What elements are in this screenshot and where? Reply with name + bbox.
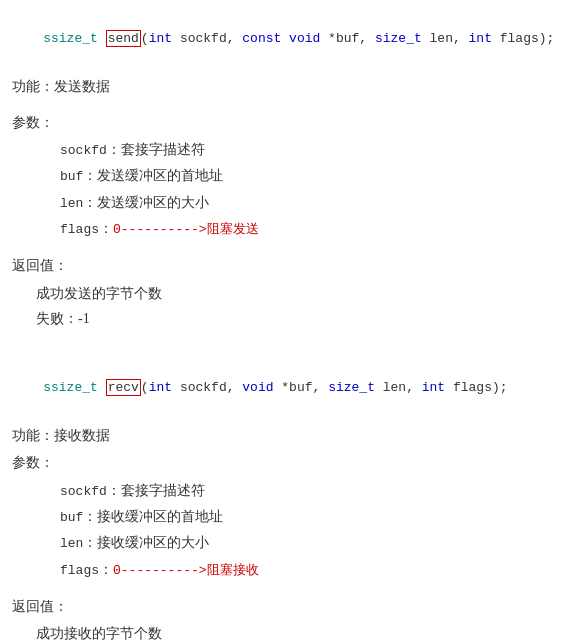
recv-sockfd-sep: ：套接字描述符 <box>107 483 205 498</box>
send-param-flags: flags：0---------->阻塞发送 <box>12 216 554 241</box>
send-len: len, <box>422 31 469 46</box>
recv-return-section: 返回值： 成功接收的字节个数 失败：-1 0：对端退出 <box>12 594 554 644</box>
send-param-buf: buf：发送缓冲区的首地址 <box>12 163 554 188</box>
send-flags: flags); <box>492 31 554 46</box>
recv-buf-sep: ：接收缓冲区的首地址 <box>83 509 223 524</box>
recv-divider <box>12 586 554 594</box>
recv-flags-value: 0---------->阻塞接收 <box>113 563 259 578</box>
send-return-fail: 失败：-1 <box>12 306 554 331</box>
recv-sockfd-name: sockfd <box>60 484 107 499</box>
recv-param-type2: void <box>242 380 273 395</box>
send-flags-name: flags <box>60 222 99 237</box>
recv-func-label: 功能： <box>12 428 54 443</box>
send-return-label: 返回值： <box>12 253 554 278</box>
recv-space <box>98 380 106 395</box>
send-function-name: send <box>106 30 141 47</box>
send-func-desc: 功能：发送数据 <box>12 74 554 99</box>
send-divider2 <box>12 245 554 253</box>
send-return-section: 返回值： 成功发送的字节个数 失败：-1 <box>12 253 554 331</box>
send-sockfd: sockfd, <box>172 31 242 46</box>
recv-function-name: recv <box>106 379 141 396</box>
send-param-type2: const void <box>242 31 320 46</box>
send-divider1 <box>12 102 554 110</box>
send-signature: ssize_t send(int sockfd, const void *buf… <box>12 8 554 70</box>
send-param-type1: int <box>149 31 172 46</box>
recv-param-buf: buf：接收缓冲区的首地址 <box>12 504 554 529</box>
recv-func-desc: 功能：接收数据 <box>12 423 554 448</box>
recv-param-type3: size_t <box>328 380 375 395</box>
recv-buf: *buf, <box>274 380 329 395</box>
send-return-success: 成功发送的字节个数 <box>12 281 554 306</box>
recv-param-type1: int <box>149 380 172 395</box>
send-params-label: 参数： <box>12 110 554 135</box>
send-len-name: len <box>60 196 83 211</box>
recv-len-sep: ：接收缓冲区的大小 <box>83 535 209 550</box>
recv-section: ssize_t recv(int sockfd, void *buf, size… <box>12 357 554 644</box>
send-space <box>98 31 106 46</box>
send-func-label: 功能： <box>12 79 54 94</box>
send-buf: *buf, <box>320 31 375 46</box>
recv-params-section: 参数： sockfd：套接字描述符 buf：接收缓冲区的首地址 len：接收缓冲… <box>12 450 554 582</box>
send-flags-sep: ： <box>99 221 113 236</box>
send-buf-sep: ：发送缓冲区的首地址 <box>83 168 223 183</box>
recv-buf-name: buf <box>60 510 83 525</box>
send-len-sep: ：发送缓冲区的大小 <box>83 195 209 210</box>
section-divider <box>12 343 554 357</box>
recv-params-label: 参数： <box>12 450 554 475</box>
recv-flags: flags); <box>445 380 507 395</box>
recv-param-sockfd: sockfd：套接字描述符 <box>12 478 554 503</box>
recv-param-flags: flags：0---------->阻塞接收 <box>12 557 554 582</box>
send-buf-name: buf <box>60 169 83 184</box>
recv-flags-name: flags <box>60 563 99 578</box>
send-sockfd-sep: ：套接字描述符 <box>107 142 205 157</box>
recv-param-type4: int <box>422 380 445 395</box>
recv-func-desc-text: 接收数据 <box>54 428 110 443</box>
send-open-paren: ( <box>141 31 149 46</box>
recv-return-success: 成功接收的字节个数 <box>12 621 554 644</box>
send-param-len: len：发送缓冲区的大小 <box>12 190 554 215</box>
send-sockfd-name: sockfd <box>60 143 107 158</box>
recv-sockfd: sockfd, <box>172 380 242 395</box>
recv-return-label: 返回值： <box>12 594 554 619</box>
send-param-type4: int <box>469 31 492 46</box>
recv-len-name: len <box>60 536 83 551</box>
send-param-type3: size_t <box>375 31 422 46</box>
send-param-sockfd: sockfd：套接字描述符 <box>12 137 554 162</box>
send-section: ssize_t send(int sockfd, const void *buf… <box>12 8 554 331</box>
send-return-type: ssize_t <box>43 31 98 46</box>
send-params-section: 参数： sockfd：套接字描述符 buf：发送缓冲区的首地址 len：发送缓冲… <box>12 110 554 242</box>
recv-flags-sep: ： <box>99 562 113 577</box>
recv-open-paren: ( <box>141 380 149 395</box>
send-func-desc-text: 发送数据 <box>54 79 110 94</box>
recv-signature: ssize_t recv(int sockfd, void *buf, size… <box>12 357 554 419</box>
recv-param-len: len：接收缓冲区的大小 <box>12 530 554 555</box>
recv-len: len, <box>375 380 422 395</box>
send-flags-value: 0---------->阻塞发送 <box>113 222 259 237</box>
recv-return-type: ssize_t <box>43 380 98 395</box>
